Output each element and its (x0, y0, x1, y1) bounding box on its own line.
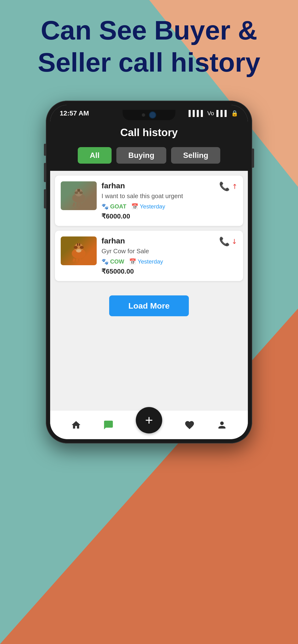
call-card-1-date: 📅 Yesterday (131, 203, 165, 210)
headline-line2: Seller call history (14, 46, 284, 78)
load-more-container: Load More (55, 286, 243, 324)
volume-up-button (44, 163, 46, 182)
wifi2-icon: 🔒 (231, 110, 238, 117)
app-title: Call history (50, 126, 248, 138)
call-card-2-meta: 🐾 COW 📅 Yesterday (101, 258, 237, 265)
paw-icon-2: 🐾 (101, 258, 109, 265)
svg-rect-8 (77, 189, 79, 192)
nav-chat-button[interactable] (103, 420, 114, 430)
silent-button (44, 144, 46, 156)
svg-point-7 (79, 192, 83, 194)
front-camera (149, 112, 156, 118)
svg-line-2 (73, 203, 75, 206)
svg-rect-15 (79, 243, 80, 246)
phone-icon-1: 📞 (219, 181, 230, 192)
call-card-1-action[interactable]: 📞 ↗ (219, 181, 237, 192)
call-card-1-animal: 🐾 GOAT (101, 203, 126, 210)
call-card-2-date: 📅 Yesterday (129, 258, 163, 265)
volume-down-button (44, 189, 46, 208)
call-card-1-name: farhan (101, 181, 237, 190)
svg-rect-14 (77, 243, 78, 246)
svg-line-19 (83, 258, 84, 262)
status-icons: ▌▌▌▌ Vo ▌▌▌ 🔒 (189, 110, 238, 117)
camera-notch (123, 110, 175, 120)
svg-point-6 (75, 192, 78, 194)
app-header: Call history (50, 122, 248, 147)
call-card-2-name: farhan (101, 236, 237, 245)
filter-buying-button[interactable]: Buying (116, 147, 166, 164)
signal2-icon: ▌▌▌ (216, 110, 229, 117)
call-card-1-info: farhan I want to sale this goat urgent 🐾… (101, 181, 237, 220)
call-card-2-price: ₹65000.00 (101, 268, 237, 275)
svg-line-5 (83, 203, 85, 206)
svg-line-16 (73, 258, 74, 262)
call-card-1-desc: I want to sale this goat urgent (101, 192, 237, 200)
call-card-2-info: farhan Gyr Cow for Sale 🐾 COW 📅 Yesterda… (101, 236, 237, 275)
camera-speaker (142, 113, 145, 117)
nav-profile-button[interactable] (217, 420, 227, 430)
call-card-2-animal: 🐾 COW (101, 258, 124, 265)
svg-point-20 (76, 249, 81, 252)
paw-icon-1: 🐾 (101, 203, 109, 210)
bottom-nav: + (50, 410, 248, 439)
calendar-icon-2: 📅 (129, 258, 136, 265)
nav-home-button[interactable] (71, 420, 81, 430)
headline-line1: Can See Buyer & (14, 14, 284, 46)
svg-line-17 (77, 258, 77, 262)
headline: Can See Buyer & Seller call history (0, 14, 298, 79)
nav-favorite-button[interactable] (184, 420, 195, 430)
content-area: farhan I want to sale this goat urgent 🐾… (50, 171, 248, 410)
nav-add-button[interactable]: + (136, 407, 162, 434)
call-card-1-price: ₹6000.00 (101, 212, 237, 220)
call-card-2-desc: Gyr Cow for Sale (101, 247, 237, 256)
svg-line-4 (80, 203, 81, 206)
power-button (252, 148, 254, 168)
svg-rect-9 (79, 189, 80, 192)
phone-screen: 12:57 AM ▌▌▌▌ Vo ▌▌▌ 🔒 Call history All (50, 105, 248, 439)
filter-all-button[interactable]: All (78, 147, 112, 164)
wifi-icon: Vo (207, 110, 214, 117)
calendar-icon-1: 📅 (131, 203, 138, 210)
filter-selling-button[interactable]: Selling (171, 147, 220, 164)
call-arrow-out-1: ↗ (230, 182, 239, 191)
phone-icon-2: 📞 (219, 236, 230, 246)
svg-point-13 (80, 246, 84, 249)
call-card-2-action[interactable]: 📞 ↗ (219, 236, 237, 246)
phone-frame: 12:57 AM ▌▌▌▌ Vo ▌▌▌ 🔒 Call history All (46, 100, 252, 444)
call-card-2-image (61, 236, 97, 265)
call-card-2[interactable]: farhan Gyr Cow for Sale 🐾 COW 📅 Yesterda… (55, 231, 243, 281)
signal-icon: ▌▌▌▌ (189, 110, 205, 117)
filter-bar: All Buying Selling (50, 147, 248, 171)
phone-wrapper: 12:57 AM ▌▌▌▌ Vo ▌▌▌ 🔒 Call history All (46, 100, 252, 444)
call-arrow-in-2: ↗ (230, 237, 239, 246)
call-card-1[interactable]: farhan I want to sale this goat urgent 🐾… (55, 176, 243, 226)
svg-point-12 (74, 246, 77, 249)
call-card-1-meta: 🐾 GOAT 📅 Yesterday (101, 203, 237, 210)
load-more-button[interactable]: Load More (109, 296, 189, 316)
plus-icon: + (145, 414, 153, 427)
svg-line-3 (77, 203, 78, 206)
call-card-1-image (61, 181, 97, 210)
status-time: 12:57 AM (60, 110, 89, 117)
status-bar: 12:57 AM ▌▌▌▌ Vo ▌▌▌ 🔒 (50, 105, 248, 122)
svg-line-18 (80, 258, 81, 262)
